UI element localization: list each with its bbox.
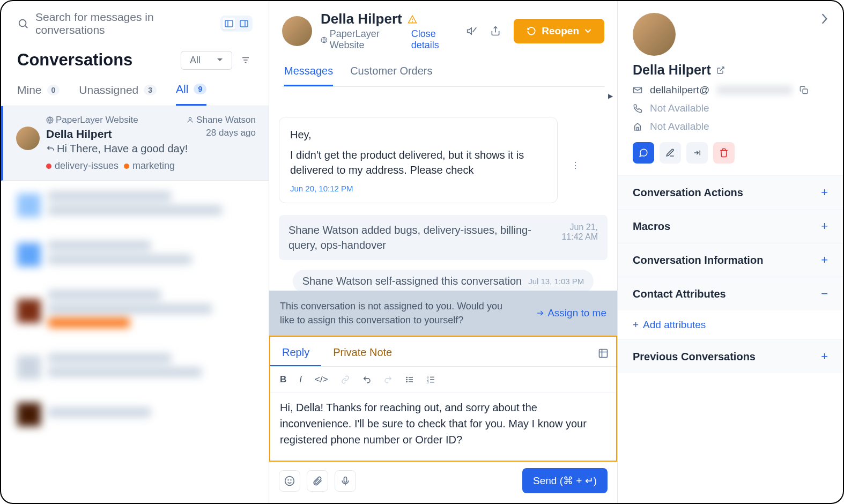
new-conversation-button[interactable] [633, 142, 654, 164]
avatar [282, 16, 312, 46]
plus-icon: + [633, 319, 639, 331]
warning-icon [408, 14, 417, 24]
filter-icon[interactable] [239, 53, 253, 67]
send-button[interactable]: Send (⌘ + ↵) [522, 468, 608, 493]
svg-rect-39 [803, 89, 808, 94]
reply-tab-reply[interactable]: Reply [270, 340, 321, 366]
assign-to-me-link[interactable]: Assign to me [536, 307, 606, 319]
tab-customer-orders[interactable]: Customer Orders [350, 65, 432, 86]
reopen-button[interactable]: Reopen [514, 19, 604, 43]
bold-button[interactable]: B [280, 374, 286, 385]
minus-icon: − [821, 287, 828, 301]
edit-contact-button[interactable] [660, 142, 681, 164]
tab-messages[interactable]: Messages [284, 65, 333, 86]
contact-name: Della Hilpert [633, 62, 711, 78]
chat-panel: Della Hilpert PaperLayer Website Close d… [269, 1, 618, 503]
svg-rect-35 [344, 477, 347, 482]
format-toolbar: B I </> 123 [270, 367, 616, 393]
svg-point-13 [412, 21, 412, 22]
tag-delivery-issues: delivery-issues [46, 160, 119, 172]
reply-tab-private-note[interactable]: Private Note [321, 340, 404, 366]
copy-icon[interactable] [799, 86, 808, 94]
svg-text:3: 3 [427, 381, 428, 384]
close-details-link[interactable]: Close details [411, 28, 458, 51]
svg-rect-29 [430, 377, 434, 377]
search-icon[interactable] [17, 18, 29, 29]
merge-contact-button[interactable] [686, 142, 708, 164]
section-conversation-info[interactable]: Conversation Information + [618, 243, 843, 277]
preview-text: Hi There, Have a good day! [57, 143, 188, 155]
chevron-down-icon [217, 58, 223, 62]
section-previous-conversations[interactable]: Previous Conversations + [618, 339, 843, 373]
tab-label: Unassigned [79, 84, 138, 97]
expand-editor-icon[interactable] [598, 348, 609, 359]
add-attributes-link[interactable]: + Add attributes [618, 310, 843, 339]
building-icon [633, 122, 642, 131]
svg-point-0 [19, 20, 26, 27]
tab-all[interactable]: All 9 [176, 83, 206, 106]
conversation-contact-name: Della Hilpert [46, 128, 112, 140]
layout-split-button[interactable] [223, 18, 235, 29]
chat-contact-name: Della Hilpert [321, 11, 402, 27]
expand-contact-icon[interactable] [820, 13, 828, 25]
external-link-icon[interactable] [716, 66, 725, 75]
reply-box: Reply Private Note B I </> [269, 336, 617, 462]
contact-card: Della Hilpert dellahilpert@ Not Availabl… [618, 1, 843, 175]
italic-button[interactable]: I [299, 374, 302, 385]
share-icon[interactable] [490, 26, 501, 36]
assign-link-label: Assign to me [547, 307, 606, 319]
status-dropdown[interactable]: All [181, 51, 232, 70]
emoji-button[interactable] [279, 470, 300, 492]
svg-point-32 [285, 476, 294, 485]
status-filter-group: All [181, 51, 253, 70]
mail-icon [633, 85, 642, 95]
system-event: Shane Watson added bugs, delivery-issues… [279, 215, 608, 260]
globe-icon [321, 36, 328, 44]
system-event-text: Shane Watson added bugs, delivery-issues… [288, 223, 552, 253]
tag-dot [46, 164, 51, 169]
code-button[interactable]: </> [315, 374, 328, 385]
section-conversation-actions[interactable]: Conversation Actions + [618, 175, 843, 209]
link-button[interactable] [341, 374, 350, 385]
source-label: PaperLayer Website [56, 115, 138, 125]
system-event-time: Jun 21, 11:42 AM [561, 223, 598, 242]
plus-icon: + [821, 350, 828, 364]
collapse-handle-icon[interactable]: ▶ [608, 92, 613, 100]
email-blurred [717, 85, 792, 95]
conversations-header: Conversations All [1, 46, 269, 70]
search-input[interactable]: Search for messages in conversations [35, 11, 214, 36]
conversation-agent: Shane Watson [187, 115, 256, 125]
tab-mine[interactable]: Mine 0 [17, 83, 60, 106]
system-pill: Shane Watson self-assigned this conversa… [293, 270, 594, 291]
tab-unassigned[interactable]: Unassigned 3 [79, 83, 157, 106]
layout-expand-button[interactable] [238, 18, 250, 29]
conversation-preview: Hi There, Have a good day! [46, 143, 256, 155]
contact-actions [633, 142, 828, 164]
reply-tabs: Reply Private Note [270, 337, 616, 367]
section-macros[interactable]: Macros + [618, 209, 843, 243]
undo-button[interactable] [362, 374, 371, 385]
mute-icon[interactable] [467, 26, 477, 36]
audio-button[interactable] [335, 470, 356, 492]
svg-rect-31 [430, 382, 434, 382]
tab-label: Mine [17, 84, 42, 97]
delete-contact-button[interactable] [713, 142, 735, 164]
ordered-list-button[interactable]: 123 [427, 374, 435, 385]
contact-phone-field: Not Available [633, 102, 828, 114]
conversation-tags: delivery-issues marketing [46, 160, 256, 172]
section-contact-attributes[interactable]: Contact Attributes − [618, 277, 843, 310]
avatar [633, 13, 676, 56]
contact-company-field: Not Available [633, 121, 828, 132]
redo-button[interactable] [384, 374, 393, 385]
tag-dot [124, 164, 129, 169]
reply-textarea[interactable]: Hi, Della! Thanks for reaching out, and … [270, 393, 616, 461]
conversation-tabs: Mine 0 Unassigned 3 All 9 [1, 70, 269, 106]
incoming-message: Hey, I didn't get the product delivered,… [279, 117, 558, 203]
conversation-list-item[interactable]: PaperLayer Website Shane Watson Della Hi… [1, 106, 269, 181]
message-more-icon[interactable]: ⋮ [571, 160, 580, 171]
attachment-button[interactable] [307, 470, 328, 492]
pill-time: Jul 13, 1:03 PM [528, 277, 584, 286]
email-text: dellahilpert@ [650, 84, 709, 96]
bullet-list-button[interactable] [405, 374, 414, 385]
blurred-conversation-items [1, 181, 269, 437]
